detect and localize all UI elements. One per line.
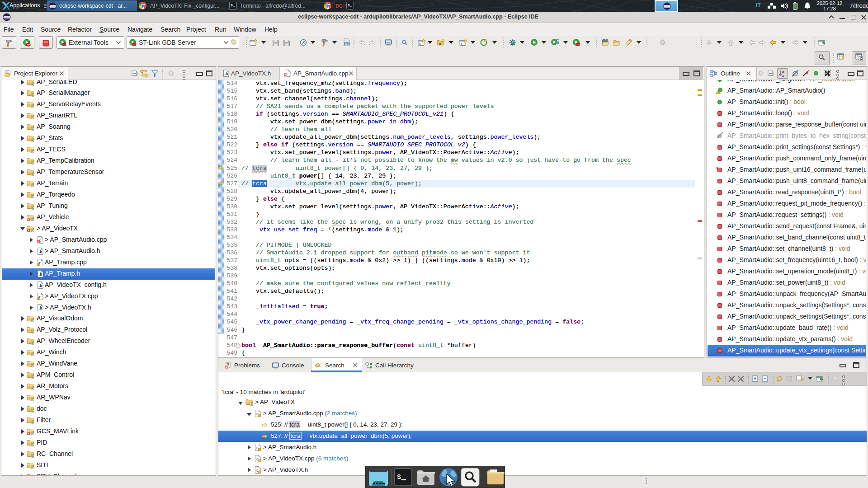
svg-text:C: C <box>32 206 34 209</box>
svg-text:c: c <box>256 446 258 450</box>
svg-text:010: 010 <box>344 42 349 46</box>
svg-text:C: C <box>32 455 34 457</box>
svg-text:C: C <box>860 57 862 60</box>
svg-text:C: C <box>32 331 34 333</box>
svg-text:C: C <box>32 161 34 164</box>
svg-text:.h: .h <box>39 283 42 288</box>
svg-text:c: c <box>461 41 462 46</box>
svg-text:s: s <box>806 70 808 75</box>
svg-text:C: C <box>32 139 34 141</box>
svg-text:.h: .h <box>39 272 42 277</box>
svg-text:.h: .h <box>225 71 228 76</box>
svg-text:C: C <box>32 421 34 423</box>
svg-text:C: C <box>32 218 34 221</box>
svg-text:C: C <box>32 398 34 401</box>
svg-text:$: $ <box>397 474 401 481</box>
svg-text:C: C <box>32 150 34 153</box>
svg-text:C: C <box>32 466 34 469</box>
svg-text:C: C <box>32 184 34 187</box>
svg-text:.h: .h <box>39 249 42 254</box>
svg-text:c: c <box>256 412 258 416</box>
svg-text:DC: DC <box>335 3 343 9</box>
svg-text:C: C <box>32 387 34 389</box>
svg-text:C: C <box>32 342 34 345</box>
svg-text:C: C <box>32 443 34 446</box>
svg-text:$: $ <box>348 3 350 7</box>
svg-text:c: c <box>256 457 258 461</box>
svg-text:$: $ <box>231 3 233 7</box>
svg-text:C: C <box>32 319 34 322</box>
svg-text:C: C <box>32 173 34 175</box>
svg-text:C: C <box>32 409 34 412</box>
svg-text:a: a <box>439 42 441 46</box>
svg-text:C: C <box>32 375 34 378</box>
svg-text:C: C <box>32 94 34 97</box>
svg-text:C: C <box>32 105 34 108</box>
svg-text:C: C <box>32 83 34 85</box>
svg-text:c: c <box>419 41 421 46</box>
svg-text:c: c <box>256 468 258 473</box>
svg-text:z: z <box>782 74 784 77</box>
svg-text:C: C <box>32 353 34 356</box>
svg-text:C: C <box>32 116 34 119</box>
svg-text:C: C <box>32 364 34 367</box>
svg-text:C: C <box>32 432 34 435</box>
svg-text:C: C <box>32 229 34 232</box>
svg-text:.h: .h <box>39 306 42 310</box>
svg-text:C: C <box>32 195 34 198</box>
svg-text:C: C <box>32 127 34 130</box>
svg-text:C: C <box>251 403 253 405</box>
